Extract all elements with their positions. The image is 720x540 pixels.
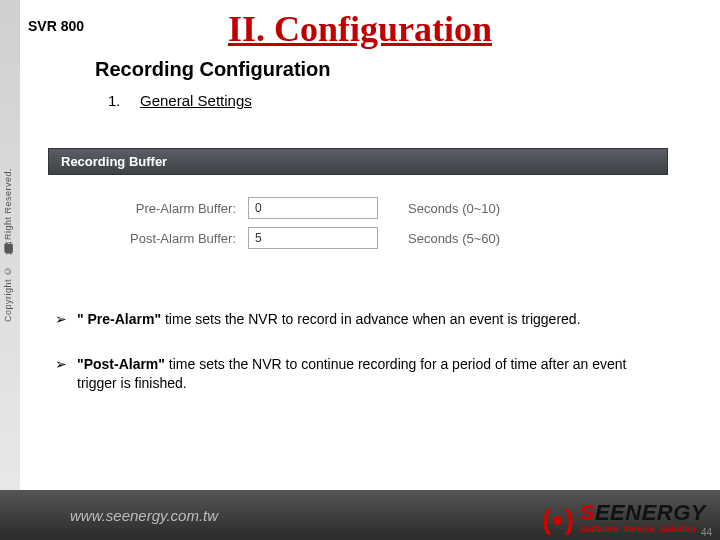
post-alarm-row: Post-Alarm Buffer: Seconds (5~60) — [68, 227, 648, 249]
arrow-icon: ➢ — [55, 355, 77, 393]
brand-block: ( ) SEENERGY Software. Service. Solution — [542, 502, 706, 534]
page-title: II. Configuration — [0, 8, 720, 50]
list-item: ➢ "Post-Alarm" time sets the NVR to cont… — [55, 355, 665, 393]
pre-alarm-row: Pre-Alarm Buffer: Seconds (0~10) — [68, 197, 648, 219]
page-number: 44 — [701, 527, 712, 538]
section-label: General Settings — [140, 92, 252, 109]
post-alarm-unit: Seconds (5~60) — [378, 231, 500, 246]
bullet-text-2: "Post-Alarm" time sets the NVR to contin… — [77, 355, 665, 393]
recording-buffer-panel: Recording Buffer Pre-Alarm Buffer: Secon… — [48, 148, 668, 267]
brand-name: SEENERGY — [580, 502, 706, 524]
pre-alarm-label: Pre-Alarm Buffer: — [68, 201, 248, 216]
subtitle: Recording Configuration — [95, 58, 331, 81]
arrow-icon: ➢ — [55, 310, 77, 329]
bullet-text-1: " Pre-Alarm" time sets the NVR to record… — [77, 310, 581, 329]
post-alarm-input[interactable] — [248, 227, 378, 249]
panel-header: Recording Buffer — [48, 148, 668, 175]
copyright-strip: Copyright © 神銳科技股份有限公司 All Right Reserve… — [0, 0, 20, 490]
pre-alarm-unit: Seconds (0~10) — [378, 201, 500, 216]
logo-icon: ( ) — [542, 506, 574, 534]
pre-alarm-input[interactable] — [248, 197, 378, 219]
panel-body: Pre-Alarm Buffer: Seconds (0~10) Post-Al… — [48, 175, 668, 267]
brand-tagline: Software. Service. Solution — [580, 525, 706, 534]
section-number: 1. — [108, 92, 121, 109]
bullet-list: ➢ " Pre-Alarm" time sets the NVR to reco… — [55, 310, 665, 419]
post-alarm-label: Post-Alarm Buffer: — [68, 231, 248, 246]
list-item: ➢ " Pre-Alarm" time sets the NVR to reco… — [55, 310, 665, 329]
footer-url: www.seenergy.com.tw — [70, 507, 218, 524]
